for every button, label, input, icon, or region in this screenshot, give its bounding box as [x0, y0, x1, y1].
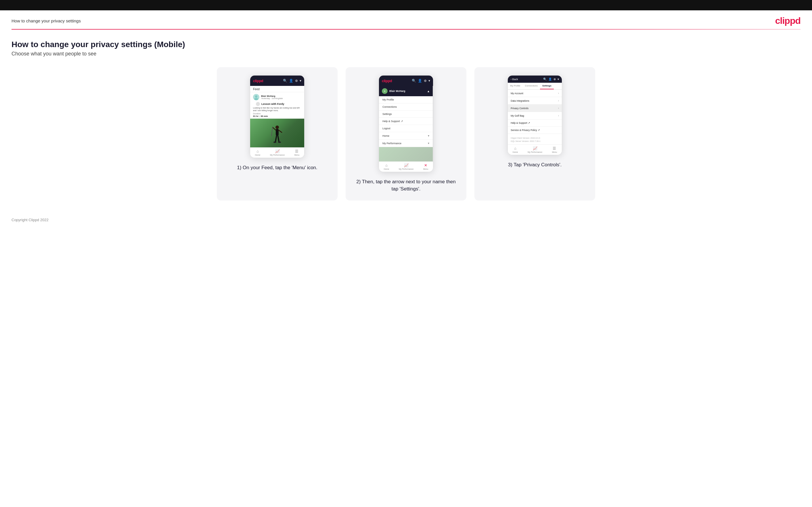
service-privacy-label: Service & Privacy Policy ↗ [511, 129, 540, 131]
chevron-right-icon-2: ▾ [428, 142, 429, 145]
phone-2-nav: clippd 🔍 👤 ⊕ ▾ [379, 75, 433, 86]
close-icon: ✕ [424, 163, 427, 167]
feed-duration-label: Duration [250, 112, 304, 115]
tab-settings[interactable]: Settings [540, 83, 554, 89]
svg-point-3 [275, 125, 279, 129]
feed-user-name: Blair McHarg [261, 95, 283, 97]
phone-1-nav: clippd 🔍 👤 ⊕ ▾ [250, 75, 304, 86]
feed-user-avatar [253, 94, 259, 100]
svg-line-9 [278, 135, 279, 142]
menu-icon: ☰ [295, 149, 299, 153]
settings-item-help[interactable]: Help & Support ↗ [508, 119, 562, 127]
my-account-label: My Account [511, 92, 523, 95]
settings-circle-icon-3: ⊕ [554, 77, 556, 81]
home-label-3: Home [513, 151, 518, 153]
privacy-controls-label: Privacy Controls [511, 107, 528, 110]
menu-user-name: Blair McHarg [389, 90, 405, 93]
bottom-home-2: ⌂ Home [384, 163, 389, 170]
feed-duration: 01 hr : 30 min [250, 115, 304, 119]
bottom-home-3: ⌂ Home [513, 146, 518, 153]
search-icon: 🔍 [283, 79, 287, 83]
svg-point-10 [273, 142, 276, 143]
golf-bag-label: My Golf Bag [511, 114, 524, 117]
chevron-down-icon: ▾ [300, 79, 301, 83]
feed-lesson-desc: Looking to feel like my hands are exitin… [250, 107, 304, 112]
user-icon-3: 👤 [548, 77, 552, 81]
phone-2-logo: clippd [382, 79, 392, 83]
menu-item-settings[interactable]: Settings [379, 111, 433, 118]
arrow-icon-4: › [558, 114, 559, 117]
menu-user-info: B Blair McHarg [382, 88, 405, 94]
svg-point-2 [254, 98, 258, 100]
bottom-menu: ☰ Menu [295, 149, 300, 156]
arrow-icon-2: › [558, 99, 559, 102]
phone-1-body: Feed Blair McHarg Yesterday · Sunningdal… [250, 86, 304, 147]
bottom-performance: 📈 My Performance [270, 149, 285, 156]
performance-icon: 📈 [275, 149, 280, 153]
arrow-up-icon: ▲ [427, 90, 430, 93]
server-version: GQL Server Version: 2022.7.30-1 [511, 140, 559, 143]
settings-list: My Account › Data Integrations › Privacy… [508, 90, 562, 134]
bottom-close: ✕ Menu [423, 163, 428, 170]
search-icon-3: 🔍 [543, 77, 547, 81]
chevron-down-icon-3: ▾ [558, 77, 559, 81]
svg-point-11 [278, 142, 281, 143]
performance-label-3: My Performance [527, 151, 542, 153]
golf-image [250, 119, 304, 147]
settings-nav-icons: 🔍 👤 ⊕ ▾ [543, 77, 559, 81]
svg-line-7 [271, 127, 272, 136]
back-button[interactable]: ‹ Back [511, 78, 518, 81]
menu-item-logout[interactable]: Logout [379, 125, 433, 132]
home-label: Home [255, 154, 260, 156]
close-label: Menu [423, 168, 428, 170]
menu-item-connections[interactable]: Connections [379, 103, 433, 111]
tab-connections[interactable]: Connections [523, 83, 540, 89]
step-2-card: clippd 🔍 👤 ⊕ ▾ B Blair McHarg [346, 67, 466, 201]
menu-nav-home[interactable]: Home ▾ [379, 132, 433, 139]
settings-item-golf-bag[interactable]: My Golf Bag › [508, 112, 562, 119]
menu-item-help[interactable]: Help & Support ↗ [379, 118, 433, 125]
feed-tab: Feed [250, 86, 304, 92]
step-1-caption: 1) On your Feed, tap the 'Menu' icon. [237, 164, 317, 171]
version-info: Clippd Client Version: 2022.8.3-3 GQL Se… [508, 134, 562, 145]
feed-user-sub: Yesterday · Sunningdale [261, 97, 283, 99]
phone-3-bottom-bar: ⌂ Home 📈 My Performance ☰ Menu [508, 145, 562, 155]
chevron-right-icon: ▾ [428, 134, 429, 137]
settings-item-privacy-controls[interactable]: Privacy Controls › [508, 105, 562, 112]
performance-icon-2: 📈 [404, 163, 409, 167]
bottom-home: ⌂ Home [255, 149, 260, 156]
step-2-caption: 2) Then, tap the arrow next to your name… [353, 178, 459, 192]
menu-label-3: Menu [552, 151, 557, 153]
menu-user-row: B Blair McHarg ▲ [379, 86, 433, 96]
bottom-performance-3: 📈 My Performance [527, 146, 542, 153]
settings-nav: ‹ Back 🔍 👤 ⊕ ▾ [508, 75, 562, 83]
svg-line-5 [272, 127, 276, 130]
settings-item-privacy-policy[interactable]: Service & Privacy Policy ↗ [508, 127, 562, 134]
top-bar [0, 0, 812, 10]
user-icon-2: 👤 [418, 79, 422, 83]
page-subheading: Choose what you want people to see [11, 51, 801, 57]
arrow-icon-3: › [558, 107, 559, 110]
arrow-icon: › [558, 92, 559, 95]
settings-item-data-integrations[interactable]: Data Integrations › [508, 97, 562, 105]
data-integrations-label: Data Integrations [511, 99, 529, 102]
home-label-2: Home [384, 168, 389, 170]
home-icon-2: ⌂ [385, 163, 388, 167]
step-2-phone: clippd 🔍 👤 ⊕ ▾ B Blair McHarg [379, 75, 433, 172]
step-3-card: ‹ Back 🔍 👤 ⊕ ▾ My Profile Connections Se… [474, 67, 595, 201]
header: How to change your privacy settings clip… [0, 10, 812, 29]
lesson-icon [256, 102, 260, 106]
menu-nav-performance-label: My Performance [383, 142, 401, 145]
tab-my-profile[interactable]: My Profile [508, 83, 523, 89]
svg-rect-4 [276, 129, 278, 135]
client-version: Clippd Client Version: 2022.8.3-3 [511, 137, 559, 140]
settings-item-my-account[interactable]: My Account › [508, 90, 562, 97]
step-3-caption: 3) Tap 'Privacy Controls'. [508, 161, 562, 169]
performance-icon-3: 📈 [533, 146, 538, 151]
menu-item-profile[interactable]: My Profile [379, 96, 433, 103]
step-1-phone: clippd 🔍 👤 ⊕ ▾ Feed [250, 75, 305, 158]
search-icon-2: 🔍 [412, 79, 416, 83]
menu-nav-performance[interactable]: My Performance ▾ [379, 139, 433, 147]
steps-row: clippd 🔍 👤 ⊕ ▾ Feed [11, 67, 801, 201]
settings-circle-icon-2: ⊕ [424, 79, 427, 83]
